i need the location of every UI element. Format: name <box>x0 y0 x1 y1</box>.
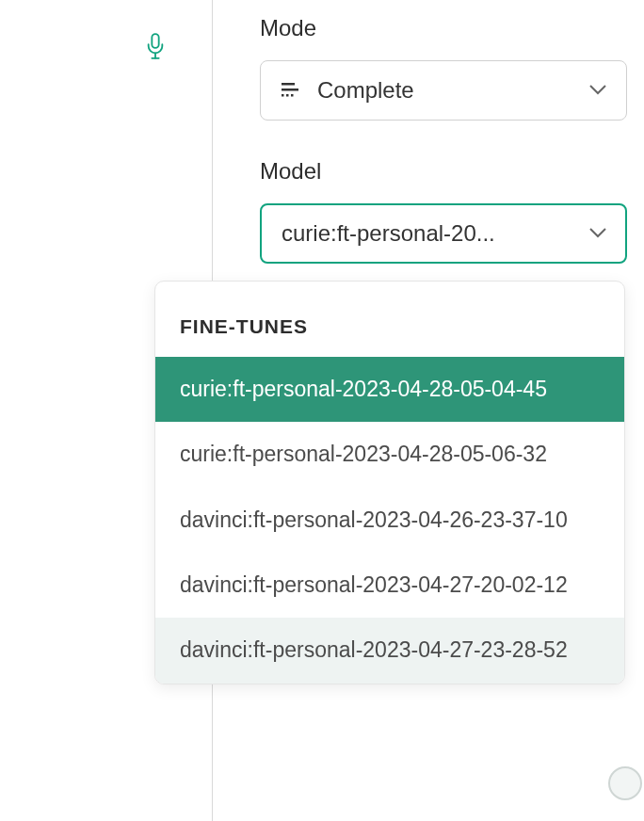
svg-rect-6 <box>286 94 289 97</box>
mode-select[interactable]: Complete <box>260 60 627 121</box>
model-select[interactable]: curie:ft-personal-20... <box>260 203 627 264</box>
dropdown-section-title: FINE-TUNES <box>155 282 624 357</box>
microphone-icon[interactable] <box>145 32 169 66</box>
mode-field: Mode Complete <box>260 15 627 121</box>
svg-rect-4 <box>282 89 298 91</box>
model-dropdown[interactable]: FINE-TUNES curie:ft-personal-2023-04-28-… <box>154 281 625 684</box>
chevron-down-icon <box>588 82 607 99</box>
complete-mode-icon <box>280 79 302 102</box>
svg-rect-7 <box>291 94 294 97</box>
mode-label: Mode <box>260 15 627 41</box>
settings-panel: Mode Complete <box>260 15 627 264</box>
help-button[interactable] <box>608 766 642 800</box>
chevron-down-icon <box>588 225 607 242</box>
dropdown-item[interactable]: curie:ft-personal-2023-04-28-05-04-45 <box>155 357 624 422</box>
dropdown-item[interactable]: davinci:ft-personal-2023-04-26-23-37-10 <box>155 488 624 553</box>
svg-rect-3 <box>282 83 295 86</box>
dropdown-item[interactable]: davinci:ft-personal-2023-04-27-20-02-12 <box>155 553 624 618</box>
svg-rect-0 <box>152 34 158 48</box>
svg-rect-5 <box>282 94 284 97</box>
model-label: Model <box>260 158 627 185</box>
model-input-value: curie:ft-personal-20... <box>280 220 495 247</box>
dropdown-item[interactable]: curie:ft-personal-2023-04-28-05-06-32 <box>155 422 624 487</box>
model-field: Model curie:ft-personal-20... <box>260 158 627 264</box>
mode-selected-value: Complete <box>317 77 414 104</box>
dropdown-item[interactable]: davinci:ft-personal-2023-04-27-23-28-52 <box>155 618 624 683</box>
